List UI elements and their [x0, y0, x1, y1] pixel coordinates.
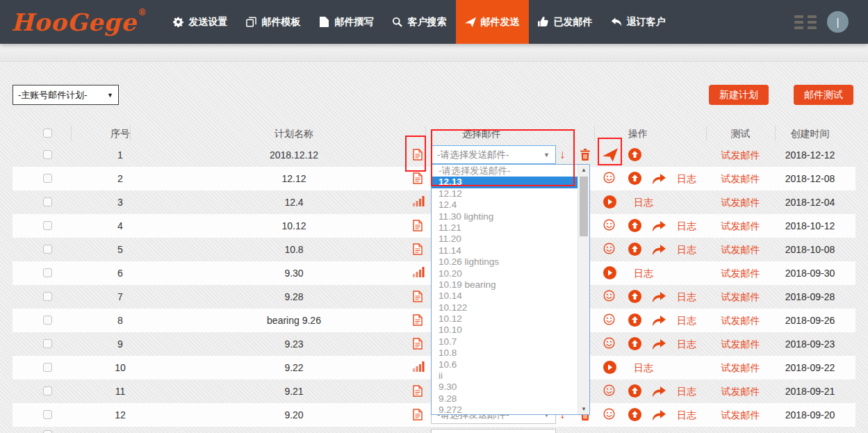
mail-option[interactable]: 11.20 [432, 234, 578, 245]
nav-item-sent-mail[interactable]: 已发邮件 [529, 0, 602, 44]
mail-select[interactable]: -请选择发送邮件-▼ [431, 429, 556, 433]
up-arrow-icon[interactable] [628, 172, 641, 185]
mail-option[interactable]: 10.26 lightings [432, 256, 578, 268]
log-link[interactable]: 日志 [671, 285, 702, 309]
log-link[interactable]: 日志 [671, 214, 702, 238]
row-checkbox[interactable] [43, 339, 52, 348]
scroll-down-icon[interactable]: ▼ [578, 404, 589, 414]
smiley-icon[interactable] [603, 243, 615, 254]
smiley-icon[interactable] [603, 219, 615, 231]
play-icon[interactable] [603, 195, 616, 209]
up-arrow-icon[interactable] [628, 243, 641, 256]
row-checkbox[interactable] [43, 316, 52, 325]
smiley-icon[interactable] [603, 172, 615, 183]
mail-option[interactable]: 10.20 [432, 268, 578, 279]
row-checkbox[interactable] [43, 150, 52, 159]
log-link[interactable]: 日志 [628, 261, 659, 285]
forward-arrow-icon[interactable] [653, 410, 666, 420]
mail-option[interactable]: 10.14 [432, 291, 578, 302]
mail-option[interactable]: 9.28 [432, 393, 578, 405]
mail-option[interactable]: 11.30 lighting [432, 211, 578, 222]
log-link[interactable]: 日志 [671, 379, 702, 403]
mail-option[interactable]: 10.12 [432, 313, 578, 325]
send-plane-icon[interactable] [603, 148, 618, 162]
log-link[interactable]: 日志 [628, 356, 659, 379]
forward-arrow-icon[interactable] [653, 174, 666, 184]
log-link[interactable]: 日志 [671, 332, 702, 356]
mail-option[interactable]: 10.19 bearing [432, 279, 578, 291]
row-checkbox[interactable] [43, 410, 52, 419]
row-checkbox[interactable] [43, 363, 52, 372]
nav-item-mail-send[interactable]: 邮件发送 [456, 0, 529, 44]
test-send-link[interactable]: 试发邮件 [701, 238, 780, 261]
trash-icon[interactable] [580, 149, 590, 161]
row-checkbox[interactable] [43, 292, 52, 301]
row-checkbox[interactable] [43, 245, 52, 254]
new-plan-button[interactable]: 新建计划 [709, 85, 769, 105]
up-arrow-icon[interactable] [628, 337, 641, 350]
test-send-link[interactable]: 试发邮件 [701, 214, 780, 238]
row-checkbox[interactable] [43, 268, 52, 277]
forward-arrow-icon[interactable] [653, 245, 666, 255]
mail-option[interactable]: 10.122 [432, 302, 578, 313]
up-arrow-icon[interactable] [628, 219, 641, 232]
mail-option[interactable]: 11.21 [432, 222, 578, 234]
test-send-link[interactable]: 试发邮件 [701, 261, 780, 285]
mail-option[interactable]: 10.10 [432, 325, 578, 336]
row-checkbox[interactable] [43, 174, 52, 183]
smiley-icon[interactable] [603, 313, 615, 325]
test-send-link[interactable]: 试发邮件 [701, 167, 780, 190]
log-link[interactable]: 日志 [671, 238, 702, 261]
row-checkbox[interactable] [43, 430, 52, 433]
log-link[interactable]: 日志 [671, 167, 702, 190]
mail-option[interactable]: 9.272 [432, 405, 578, 414]
mail-option[interactable]: 12.12 [432, 188, 578, 199]
test-send-link[interactable]: 试发邮件 [701, 356, 780, 379]
move-down-icon[interactable]: ↓ [559, 143, 566, 167]
play-icon[interactable] [603, 266, 616, 279]
nav-item-customer-search[interactable]: 客户搜索 [383, 0, 456, 44]
plan-filter-select[interactable]: -主账号邮件计划-▼ [13, 85, 119, 105]
smiley-icon[interactable] [603, 408, 615, 420]
mail-test-button[interactable]: 邮件测试 [794, 85, 853, 105]
brand-logo[interactable]: HooGege® [11, 8, 147, 36]
log-link[interactable]: 日志 [671, 403, 702, 427]
test-send-link[interactable]: 试发邮件 [701, 379, 780, 403]
row-checkbox[interactable] [43, 221, 52, 230]
nav-item-send-settings[interactable]: 发送设置 [164, 0, 237, 44]
smiley-icon[interactable] [603, 337, 615, 349]
row-checkbox[interactable] [43, 386, 52, 395]
test-send-link[interactable]: 试发邮件 [701, 190, 780, 214]
user-avatar[interactable]: | [827, 11, 849, 33]
scrollbar-thumb[interactable] [580, 177, 588, 236]
up-arrow-icon[interactable] [628, 313, 641, 327]
dropdown-scrollbar[interactable]: ▲ ▼ [578, 165, 589, 414]
forward-arrow-icon[interactable] [653, 221, 666, 231]
smiley-icon[interactable] [603, 290, 615, 302]
forward-arrow-icon[interactable] [653, 386, 666, 397]
play-icon[interactable] [603, 361, 616, 374]
up-arrow-icon[interactable] [628, 148, 641, 161]
up-arrow-icon[interactable] [628, 384, 641, 398]
forward-arrow-icon[interactable] [653, 339, 666, 350]
mail-option[interactable]: 11.14 [432, 245, 578, 256]
test-send-link[interactable]: 试发邮件 [701, 309, 780, 332]
mail-option[interactable]: 10.8 [432, 348, 578, 359]
mail-option[interactable]: 10.6 [432, 359, 578, 370]
log-link[interactable]: 日志 [628, 190, 659, 214]
mail-option[interactable]: 12.4 [432, 199, 578, 211]
test-send-link[interactable]: 试发邮件 [701, 403, 780, 427]
log-link[interactable]: 日志 [671, 309, 702, 332]
forward-arrow-icon[interactable] [653, 292, 666, 302]
mail-select[interactable]: -请选择发送邮件-▼ [431, 145, 556, 164]
scroll-up-icon[interactable]: ▲ [578, 165, 589, 175]
nav-item-mail-templates[interactable]: 邮件模板 [237, 0, 310, 44]
nav-item-compose-mail[interactable]: 邮件撰写 [310, 0, 383, 44]
test-send-link[interactable]: 试发邮件 [701, 143, 780, 167]
mail-option[interactable]: 10.7 [432, 336, 578, 348]
select-all-checkbox[interactable] [43, 129, 52, 138]
mail-option[interactable]: -请选择发送邮件- [432, 165, 578, 177]
row-checkbox[interactable] [43, 197, 52, 206]
test-send-link[interactable]: 试发邮件 [701, 285, 780, 309]
grid-menu-icon[interactable] [794, 15, 817, 29]
